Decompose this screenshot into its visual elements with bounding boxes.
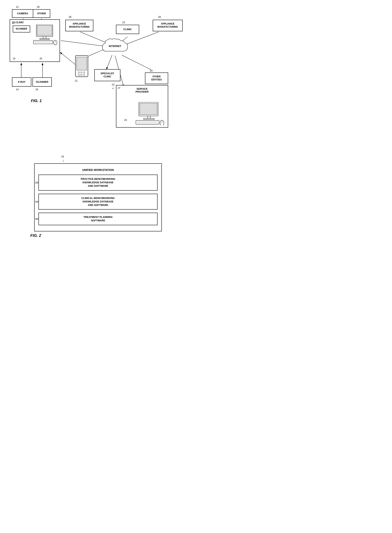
treatment-planning-box: TREATMENT PLANNINGSOFTWARE xyxy=(38,213,158,225)
svg-rect-17 xyxy=(43,37,46,38)
ref-10-top: 10 xyxy=(122,21,125,24)
ref-18: 18 xyxy=(37,5,39,8)
appliance-mfg-left: APPLIANCEMANUFACTURING xyxy=(65,20,93,31)
svg-line-11 xyxy=(122,55,151,70)
ref-14: 14 xyxy=(16,88,19,91)
arrow-22: ↗ xyxy=(112,87,114,90)
other-box: OTHER xyxy=(33,9,50,18)
fig1-diagram: 12 CAMERA 18 OTHER 10 CLINIC SCANNER 16 xyxy=(4,4,192,143)
sp-ref-24: 24 xyxy=(124,118,127,122)
svg-rect-16 xyxy=(37,25,52,35)
ref-26-left: 26 xyxy=(69,15,71,18)
scanner-ref-16: 16 xyxy=(13,57,15,60)
service-provider-box: 27 SERVICEPROVIDER 24 xyxy=(116,85,168,128)
xray-box: X-RAY xyxy=(12,77,31,87)
arrow-36: ↗ xyxy=(37,217,39,220)
svg-rect-36 xyxy=(144,118,154,119)
ref-16-ext: 16 xyxy=(35,88,38,91)
svg-line-6 xyxy=(61,41,106,47)
clinic-outer-box: 10 CLINIC SCANNER 16 20 xyxy=(10,19,60,62)
scanner-inner-box: SCANNER xyxy=(13,26,30,33)
fig2-label: FIG. 2 xyxy=(30,233,43,238)
fig1-label: FIG. 1 xyxy=(31,98,42,103)
clinic-top-box: CLINIC xyxy=(116,25,139,34)
arrow-32: ↗ xyxy=(37,181,39,184)
svg-line-10 xyxy=(106,55,112,70)
camera-box: CAMERA xyxy=(12,9,33,18)
arrow-24-fig2: ↓ xyxy=(30,159,166,163)
ref-28: 28 xyxy=(150,69,153,72)
ref-26-right: 26 xyxy=(158,15,161,18)
ref-24-fig2: 24 xyxy=(61,155,64,158)
svg-point-31 xyxy=(83,74,85,76)
specialist-clinic-box: SPECIALISTCLINIC xyxy=(94,69,120,81)
ref-21: 21 xyxy=(75,79,78,82)
comp-ref-20: 20 xyxy=(40,57,42,60)
sp-label: SERVICEPROVIDER xyxy=(116,87,168,93)
scanner-ext-box: SCANNER xyxy=(33,77,52,87)
svg-rect-35 xyxy=(148,116,150,118)
svg-rect-37 xyxy=(136,121,159,124)
svg-rect-25 xyxy=(77,57,87,70)
ref-12: 12 xyxy=(16,5,19,8)
uw-title: UNIFIED WORKSTATION xyxy=(38,168,158,172)
ref-22: 22 xyxy=(112,83,114,86)
svg-point-27 xyxy=(81,72,82,73)
mobile-icon xyxy=(75,55,89,78)
svg-point-26 xyxy=(78,72,80,73)
svg-rect-19 xyxy=(33,40,53,44)
computer-icon-fig1 xyxy=(33,24,58,46)
arrow-34: ↗ xyxy=(37,200,39,203)
unified-workstation-box: UNIFIED WORKSTATION 32 ↗ PRACTICE BENCHM… xyxy=(34,163,162,231)
svg-point-30 xyxy=(81,74,82,76)
appliance-mfg-right: APPLIANCEMANUFACTURING xyxy=(153,20,183,31)
svg-point-28 xyxy=(83,72,85,73)
fig2-wrapper: 24 ↓ UNIFIED WORKSTATION 32 ↗ PRACTICE B… xyxy=(30,155,166,231)
internet-cloud: INTERNET xyxy=(101,38,130,57)
clinical-benchmarking-box: CLINICAL BENCHMARKINGKNOWLEDGE DATABASEA… xyxy=(38,194,158,210)
svg-rect-34 xyxy=(140,103,157,115)
computer-icon-sp xyxy=(135,102,166,125)
practice-benchmarking-box: PRACTICE BENCHMARKINGKNOWLEDGE DATABASEA… xyxy=(38,175,158,191)
clinic-inner-ref: 10 xyxy=(12,21,15,24)
svg-point-29 xyxy=(78,74,80,76)
svg-text:INTERNET: INTERNET xyxy=(109,45,121,47)
other-entities-box: OTHERENTITIES xyxy=(145,72,168,84)
clinic-inner-label: CLINIC xyxy=(15,21,24,24)
svg-rect-18 xyxy=(40,38,49,39)
